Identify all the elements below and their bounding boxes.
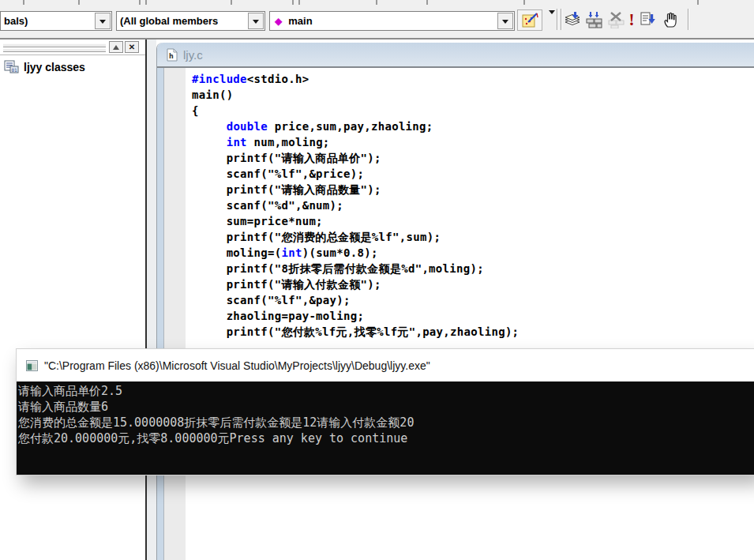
code-line[interactable]: printf("请输入付款金额");: [192, 276, 754, 292]
function-combobox-value: main: [285, 15, 312, 27]
toolbar-separator: [561, 9, 561, 30]
toolbar-separator: [557, 9, 557, 30]
members-combobox-dropdown-arrow[interactable]: [248, 13, 264, 29]
chevron-down-icon: [502, 20, 508, 27]
toolbar-notch: [23, 0, 24, 5]
function-diamond-icon: ◆: [275, 17, 282, 26]
console-app-icon: [26, 360, 38, 371]
toolbar-notch: [523, 0, 525, 5]
code-line[interactable]: #include<stdio.h>: [192, 71, 754, 87]
compile-button[interactable]: [563, 10, 582, 29]
stop-build-button[interactable]: [607, 10, 626, 29]
code-line[interactable]: moling=(int)(sum*0.8);: [192, 245, 754, 261]
toolbar-notch: [376, 0, 377, 5]
wizardbar-actions-button[interactable]: [517, 9, 542, 31]
console-output-line: 请输入商品数量6: [18, 399, 754, 415]
console-output-line: 您消费的总金额是15.0000008折抹零后需付款金额是12请输入付款金额20: [18, 415, 754, 430]
console-output-line: 您付款20.000000元,找零8.000000元Press any key t…: [18, 430, 754, 446]
panel-gripper[interactable]: [3, 43, 106, 47]
members-combobox[interactable]: (All global members: [116, 11, 265, 31]
console-output[interactable]: 请输入商品单价2.5请输入商品数量6您消费的总金额是15.0000008折抹零后…: [17, 381, 754, 475]
code-line[interactable]: scanf("%lf",&price);: [192, 166, 754, 182]
classview-icon: 01: [4, 60, 19, 73]
go-button[interactable]: [639, 10, 658, 29]
globals-combobox-dropdown-arrow[interactable]: [95, 13, 111, 29]
source-editor-window: h ljy.c #include<stdio.h>main(){ double …: [156, 43, 754, 560]
execute-program-button[interactable]: !: [626, 10, 637, 29]
panel-rollup-button[interactable]: [109, 41, 123, 53]
toolbar-separator: [688, 9, 688, 30]
editor-body: #include<stdio.h>main(){ double price,su…: [157, 68, 754, 560]
source-file-icon: h: [167, 48, 178, 62]
execute-program-icon: !: [629, 12, 635, 28]
stop-build-icon: [608, 11, 625, 28]
workspace-panel: ✕ 01 ljyy classes: [0, 39, 147, 560]
editor-frame-border: [157, 68, 164, 560]
go-icon: [640, 11, 657, 28]
toolbar-notch: [426, 0, 428, 5]
svg-text:h: h: [169, 53, 174, 60]
svg-text:01: 01: [12, 67, 18, 73]
function-combobox[interactable]: ◆ main: [269, 11, 515, 31]
chevron-down-icon: [549, 10, 555, 29]
code-line[interactable]: zhaoling=pay-moling;: [192, 308, 754, 324]
panel-divider: [0, 54, 145, 58]
selection-margin[interactable]: [164, 68, 186, 560]
code-line[interactable]: printf("请输入商品数量");: [192, 182, 754, 197]
build-button[interactable]: [585, 10, 604, 29]
console-title: "C:\Program Files (x86)\Microsoft Visual…: [44, 359, 430, 372]
vc6-ide-screen: bals) (All global members ◆ main: [0, 0, 754, 560]
toolbar-notch: [298, 0, 300, 5]
code-line[interactable]: {: [192, 103, 754, 118]
toolbar-notch: [145, 0, 147, 5]
toolbar-notch: [292, 0, 294, 5]
toolbar-notch: [139, 0, 141, 5]
mdi-background: [147, 39, 156, 560]
code-line[interactable]: printf("8折抹零后需付款金额是%d",moling);: [192, 261, 754, 276]
toggle-breakpoint-button[interactable]: [661, 10, 680, 29]
members-combobox-value: (All global members: [117, 15, 218, 27]
code-editor[interactable]: #include<stdio.h>main(){ double price,su…: [186, 68, 754, 560]
chevron-down-icon: [253, 20, 259, 27]
globals-combobox-value: bals): [1, 15, 28, 27]
console-titlebar[interactable]: "C:\Program Files (x86)\Microsoft Visual…: [17, 349, 754, 381]
code-line[interactable]: scanf("%d",&num);: [192, 197, 754, 213]
console-window: "C:\Program Files (x86)\Microsoft Visual…: [17, 349, 754, 475]
close-icon: ✕: [129, 43, 135, 51]
wizardbar-actions-icon: [521, 12, 538, 29]
toolbar-notch: [231, 0, 232, 5]
code-line[interactable]: int num,moling;: [192, 134, 754, 150]
panel-gripper[interactable]: [3, 48, 106, 52]
triangle-up-icon: [113, 42, 119, 50]
chevron-down-icon: [99, 20, 106, 27]
build-icon: [586, 11, 603, 28]
editor-title: ljy.c: [183, 48, 203, 62]
classview-root-label: ljyy classes: [24, 61, 85, 73]
code-line[interactable]: double price,sum,pay,zhaoling;: [192, 118, 754, 134]
globals-combobox[interactable]: bals): [0, 11, 112, 31]
code-line[interactable]: scanf("%lf",&pay);: [192, 292, 754, 308]
panel-close-button[interactable]: ✕: [125, 41, 139, 53]
function-combobox-dropdown-arrow[interactable]: [497, 13, 513, 29]
code-line[interactable]: sum=price*num;: [192, 213, 754, 229]
classview-root-item[interactable]: 01 ljyy classes: [4, 60, 85, 73]
toolbar-notch: [697, 0, 699, 5]
wizard-toolbar: bals) (All global members ◆ main: [0, 0, 754, 39]
breakpoint-hand-icon: [662, 11, 679, 28]
code-line[interactable]: printf("请输入商品单价");: [192, 150, 754, 166]
code-line[interactable]: printf("您付款%lf元,找零%lf元",pay,zhaoling);: [192, 324, 754, 340]
editor-titlebar[interactable]: h ljy.c: [157, 43, 754, 68]
compile-icon: [564, 11, 581, 28]
code-line[interactable]: main(): [192, 87, 754, 103]
toolbar-notch: [78, 0, 80, 5]
console-output-line: 请输入商品单价2.5: [18, 383, 754, 399]
code-line[interactable]: printf("您消费的总金额是%lf",sum);: [192, 229, 754, 245]
